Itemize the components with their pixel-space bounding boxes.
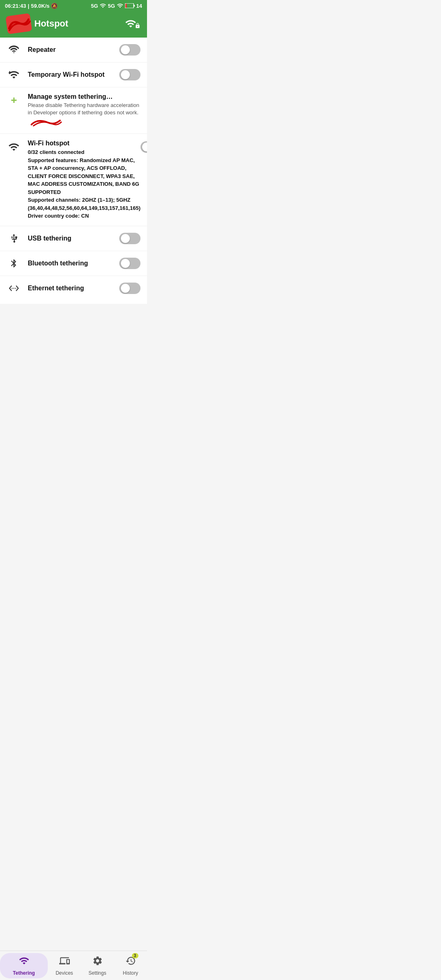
signal2-icon (117, 2, 123, 9)
ethernet-tethering-label: Ethernet tethering (28, 285, 119, 292)
temp-wifi-toggle[interactable] (119, 69, 140, 80)
repeater-row[interactable]: Repeater (0, 38, 147, 62)
temp-wifi-label: Temporary Wi-Fi hotspot (28, 71, 119, 78)
battery-icon (125, 3, 135, 8)
manage-tethering-desc: Please disable Tethering hardware accele… (28, 102, 140, 128)
manage-tethering-row[interactable]: + Manage system tethering… Please disabl… (0, 87, 147, 134)
separator: | (28, 3, 29, 9)
usb-tethering-toggle[interactable] (119, 233, 140, 244)
scribble-annotation (5, 13, 32, 34)
wifi-hotspot-title: Wi-Fi hotspot (28, 140, 140, 147)
ethernet-icon (7, 283, 21, 294)
temp-wifi-text: Temporary Wi-Fi hotspot (28, 71, 119, 78)
usb-icon (7, 233, 21, 244)
repeater-icon (7, 44, 21, 56)
wifi-hotspot-row[interactable]: Wi-Fi hotspot 0/32 clients connected Sup… (0, 134, 147, 226)
manage-tethering-text: Manage system tethering… Please disable … (28, 93, 140, 128)
manage-tethering-title: Manage system tethering… (28, 93, 140, 100)
bluetooth-tethering-label: Bluetooth tethering (28, 260, 119, 267)
usb-tethering-text: USB tethering (28, 235, 119, 242)
status-right: 5G 5G 14 (91, 2, 142, 9)
usb-tethering-label: USB tethering (28, 235, 119, 242)
wifi-hotspot-clients: 0/32 clients connected Supported feature… (28, 148, 140, 220)
network1-label: 5G (91, 3, 98, 9)
app-header: Hotspot (0, 11, 147, 38)
lock-icon (135, 23, 140, 29)
repeater-label: Repeater (28, 46, 119, 53)
wifi-hotspot-icon (7, 141, 21, 155)
app-logo (5, 13, 32, 34)
bottom-spacer (0, 304, 147, 336)
bluetooth-tethering-text: Bluetooth tethering (28, 260, 119, 267)
time: 06:21:43 (5, 3, 26, 9)
scribble2-annotation (29, 116, 62, 128)
manage-tethering-icon: + (7, 94, 21, 107)
temp-wifi-icon (7, 69, 21, 80)
usb-tethering-row[interactable]: USB tethering (0, 226, 147, 251)
wifi-hotspot-text: Wi-Fi hotspot 0/32 clients connected Sup… (28, 140, 140, 220)
wifi-hotspot-toggle[interactable] (140, 141, 147, 153)
status-bar: 06:21:43 | 59.0K/s 🔕 5G 5G 14 (0, 0, 147, 11)
battery-level: 14 (136, 3, 142, 9)
svg-rect-2 (125, 4, 127, 8)
repeater-toggle[interactable] (119, 44, 140, 56)
signal1-icon (100, 2, 106, 9)
bluetooth-tethering-row[interactable]: Bluetooth tethering (0, 251, 147, 276)
temp-wifi-row[interactable]: Temporary Wi-Fi hotspot (0, 62, 147, 87)
repeater-text: Repeater (28, 46, 119, 53)
ethernet-tethering-row[interactable]: Ethernet tethering (0, 276, 147, 301)
svg-rect-1 (134, 5, 135, 7)
wifi-lock-icon (125, 18, 140, 29)
ethernet-tethering-toggle[interactable] (119, 283, 140, 294)
network2-label: 5G (108, 3, 115, 9)
main-content: Repeater Temporary Wi-Fi hotspot + Manag… (0, 38, 147, 304)
bluetooth-icon (7, 258, 21, 269)
bluetooth-tethering-toggle[interactable] (119, 258, 140, 269)
ethernet-tethering-text: Ethernet tethering (28, 285, 119, 292)
header-left: Hotspot (7, 15, 68, 33)
header-title: Hotspot (34, 18, 68, 29)
status-left: 06:21:43 | 59.0K/s 🔕 (5, 3, 58, 9)
mute-icon: 🔕 (51, 3, 58, 9)
network-speed: 59.0K/s (31, 3, 50, 9)
